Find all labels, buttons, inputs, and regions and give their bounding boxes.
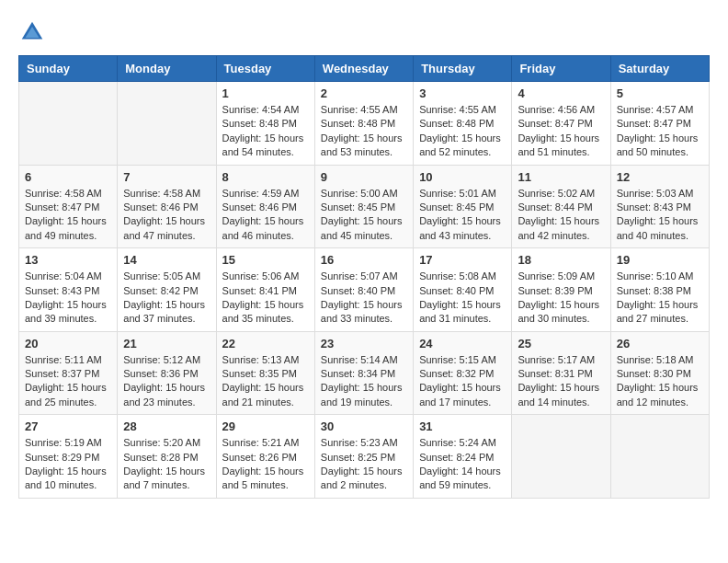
day-number: 6 xyxy=(25,170,111,184)
weekday-header-row: SundayMondayTuesdayWednesdayThursdayFrid… xyxy=(19,56,710,82)
calendar-cell: 11Sunrise: 5:02 AM Sunset: 8:44 PM Dayli… xyxy=(512,165,610,248)
day-number: 21 xyxy=(123,337,210,350)
day-info: Sunrise: 5:23 AM Sunset: 8:25 PM Dayligh… xyxy=(321,436,407,493)
day-info: Sunrise: 4:59 AM Sunset: 8:46 PM Dayligh… xyxy=(222,187,309,244)
calendar-cell: 4Sunrise: 4:56 AM Sunset: 8:47 PM Daylig… xyxy=(512,82,610,166)
day-number: 2 xyxy=(321,86,407,100)
weekday-header-cell: Thursday xyxy=(414,56,512,82)
day-info: Sunrise: 5:07 AM Sunset: 8:40 PM Dayligh… xyxy=(321,270,407,327)
day-number: 18 xyxy=(518,253,604,267)
day-info: Sunrise: 5:13 AM Sunset: 8:35 PM Dayligh… xyxy=(222,353,309,410)
day-number: 9 xyxy=(321,170,407,184)
day-info: Sunrise: 5:19 AM Sunset: 8:29 PM Dayligh… xyxy=(25,436,111,493)
calendar-cell: 24Sunrise: 5:15 AM Sunset: 8:32 PM Dayli… xyxy=(414,331,512,415)
calendar-cell: 29Sunrise: 5:21 AM Sunset: 8:26 PM Dayli… xyxy=(216,415,314,499)
day-info: Sunrise: 5:05 AM Sunset: 8:42 PM Dayligh… xyxy=(123,270,210,327)
calendar-cell xyxy=(118,82,216,166)
day-info: Sunrise: 5:04 AM Sunset: 8:43 PM Dayligh… xyxy=(25,270,111,327)
calendar-cell: 13Sunrise: 5:04 AM Sunset: 8:43 PM Dayli… xyxy=(19,248,118,332)
page: SundayMondayTuesdayWednesdayThursdayFrid… xyxy=(0,0,728,517)
day-number: 22 xyxy=(222,337,309,350)
day-number: 13 xyxy=(25,253,111,267)
day-info: Sunrise: 5:24 AM Sunset: 8:24 PM Dayligh… xyxy=(419,436,506,493)
calendar-cell: 6Sunrise: 4:58 AM Sunset: 8:47 PM Daylig… xyxy=(19,165,118,248)
calendar-cell: 22Sunrise: 5:13 AM Sunset: 8:35 PM Dayli… xyxy=(216,331,314,415)
day-info: Sunrise: 5:20 AM Sunset: 8:28 PM Dayligh… xyxy=(123,436,210,493)
calendar-cell: 20Sunrise: 5:11 AM Sunset: 8:37 PM Dayli… xyxy=(19,331,118,415)
day-number: 29 xyxy=(222,419,309,433)
day-number: 11 xyxy=(518,170,604,184)
calendar-cell: 5Sunrise: 4:57 AM Sunset: 8:47 PM Daylig… xyxy=(610,82,709,166)
day-number: 16 xyxy=(321,253,407,267)
day-info: Sunrise: 5:08 AM Sunset: 8:40 PM Dayligh… xyxy=(419,270,506,327)
calendar-cell: 19Sunrise: 5:10 AM Sunset: 8:38 PM Dayli… xyxy=(610,248,709,332)
header xyxy=(18,18,710,46)
calendar-cell: 26Sunrise: 5:18 AM Sunset: 8:30 PM Dayli… xyxy=(610,331,709,415)
day-info: Sunrise: 5:15 AM Sunset: 8:32 PM Dayligh… xyxy=(419,353,506,410)
day-number: 15 xyxy=(222,253,309,267)
day-info: Sunrise: 5:17 AM Sunset: 8:31 PM Dayligh… xyxy=(518,353,604,410)
calendar-week-row: 13Sunrise: 5:04 AM Sunset: 8:43 PM Dayli… xyxy=(19,248,710,332)
calendar-body: 1Sunrise: 4:54 AM Sunset: 8:48 PM Daylig… xyxy=(19,82,710,499)
calendar-cell: 30Sunrise: 5:23 AM Sunset: 8:25 PM Dayli… xyxy=(314,415,413,499)
calendar-week-row: 27Sunrise: 5:19 AM Sunset: 8:29 PM Dayli… xyxy=(19,415,710,499)
day-info: Sunrise: 5:18 AM Sunset: 8:30 PM Dayligh… xyxy=(617,353,703,410)
day-info: Sunrise: 5:09 AM Sunset: 8:39 PM Dayligh… xyxy=(518,270,604,327)
day-info: Sunrise: 5:10 AM Sunset: 8:38 PM Dayligh… xyxy=(617,270,703,327)
calendar-cell: 27Sunrise: 5:19 AM Sunset: 8:29 PM Dayli… xyxy=(19,415,118,499)
day-info: Sunrise: 5:21 AM Sunset: 8:26 PM Dayligh… xyxy=(222,436,309,493)
calendar-cell: 9Sunrise: 5:00 AM Sunset: 8:45 PM Daylig… xyxy=(314,165,413,248)
calendar-cell: 12Sunrise: 5:03 AM Sunset: 8:43 PM Dayli… xyxy=(610,165,709,248)
day-info: Sunrise: 4:55 AM Sunset: 8:48 PM Dayligh… xyxy=(419,103,506,160)
calendar-cell xyxy=(19,82,118,166)
calendar-cell: 21Sunrise: 5:12 AM Sunset: 8:36 PM Dayli… xyxy=(118,331,216,415)
day-info: Sunrise: 4:58 AM Sunset: 8:46 PM Dayligh… xyxy=(123,187,210,244)
calendar-cell: 23Sunrise: 5:14 AM Sunset: 8:34 PM Dayli… xyxy=(314,331,413,415)
day-info: Sunrise: 5:00 AM Sunset: 8:45 PM Dayligh… xyxy=(321,187,407,244)
day-number: 20 xyxy=(25,337,111,350)
day-number: 14 xyxy=(123,253,210,267)
day-number: 28 xyxy=(123,419,210,433)
calendar-cell: 28Sunrise: 5:20 AM Sunset: 8:28 PM Dayli… xyxy=(118,415,216,499)
weekday-header-cell: Wednesday xyxy=(314,56,413,82)
day-info: Sunrise: 5:06 AM Sunset: 8:41 PM Dayligh… xyxy=(222,270,309,327)
day-number: 8 xyxy=(222,170,309,184)
weekday-header-cell: Monday xyxy=(118,56,216,82)
calendar-cell: 2Sunrise: 4:55 AM Sunset: 8:48 PM Daylig… xyxy=(314,82,413,166)
weekday-header-cell: Saturday xyxy=(610,56,709,82)
calendar-cell: 16Sunrise: 5:07 AM Sunset: 8:40 PM Dayli… xyxy=(314,248,413,332)
logo xyxy=(18,18,50,46)
calendar-cell: 8Sunrise: 4:59 AM Sunset: 8:46 PM Daylig… xyxy=(216,165,314,248)
day-number: 10 xyxy=(419,170,506,184)
weekday-header-cell: Friday xyxy=(512,56,610,82)
day-number: 23 xyxy=(321,337,407,350)
calendar-cell xyxy=(610,415,709,499)
day-number: 12 xyxy=(617,170,703,184)
calendar-cell: 18Sunrise: 5:09 AM Sunset: 8:39 PM Dayli… xyxy=(512,248,610,332)
day-info: Sunrise: 5:12 AM Sunset: 8:36 PM Dayligh… xyxy=(123,353,210,410)
day-number: 3 xyxy=(419,86,506,100)
day-number: 5 xyxy=(617,86,703,100)
calendar-cell: 10Sunrise: 5:01 AM Sunset: 8:45 PM Dayli… xyxy=(414,165,512,248)
day-info: Sunrise: 4:55 AM Sunset: 8:48 PM Dayligh… xyxy=(321,103,407,160)
day-info: Sunrise: 4:56 AM Sunset: 8:47 PM Dayligh… xyxy=(518,103,604,160)
day-number: 17 xyxy=(419,253,506,267)
calendar-week-row: 20Sunrise: 5:11 AM Sunset: 8:37 PM Dayli… xyxy=(19,331,710,415)
day-number: 25 xyxy=(518,337,604,350)
calendar-cell: 31Sunrise: 5:24 AM Sunset: 8:24 PM Dayli… xyxy=(414,415,512,499)
weekday-header-cell: Sunday xyxy=(19,56,118,82)
calendar-cell: 15Sunrise: 5:06 AM Sunset: 8:41 PM Dayli… xyxy=(216,248,314,332)
day-info: Sunrise: 5:02 AM Sunset: 8:44 PM Dayligh… xyxy=(518,187,604,244)
day-number: 27 xyxy=(25,419,111,433)
weekday-header-cell: Tuesday xyxy=(216,56,314,82)
day-number: 31 xyxy=(419,419,506,433)
logo-icon xyxy=(18,18,46,46)
calendar: SundayMondayTuesdayWednesdayThursdayFrid… xyxy=(18,55,710,499)
calendar-cell: 17Sunrise: 5:08 AM Sunset: 8:40 PM Dayli… xyxy=(414,248,512,332)
day-info: Sunrise: 4:57 AM Sunset: 8:47 PM Dayligh… xyxy=(617,103,703,160)
calendar-week-row: 6Sunrise: 4:58 AM Sunset: 8:47 PM Daylig… xyxy=(19,165,710,248)
day-number: 24 xyxy=(419,337,506,350)
day-number: 4 xyxy=(518,86,604,100)
calendar-week-row: 1Sunrise: 4:54 AM Sunset: 8:48 PM Daylig… xyxy=(19,82,710,166)
day-info: Sunrise: 5:01 AM Sunset: 8:45 PM Dayligh… xyxy=(419,187,506,244)
